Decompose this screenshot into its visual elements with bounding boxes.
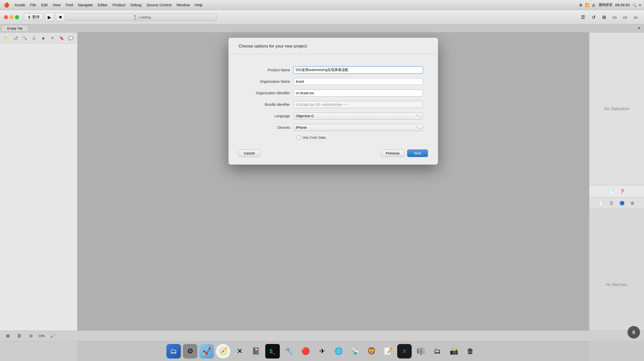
form-area: Product Name Organization Name Organizat… [228,62,438,145]
dock-trash[interactable]: 🗑 [463,344,478,358]
core-data-checkbox[interactable] [297,136,300,139]
pause-overlay-button[interactable]: ⏸ [628,326,640,338]
editor-standard-button[interactable]: ☰ [578,13,588,22]
grid-view-icon[interactable]: ⊞ [4,332,12,340]
reports-icon[interactable]: ≡ [50,35,56,42]
next-button[interactable]: Next [407,150,428,157]
dock-app-img[interactable]: 📸 [447,344,461,358]
binding-icon[interactable]: {} [608,199,615,206]
menu-window[interactable]: Window [174,2,192,8]
menu-product[interactable]: Product [110,2,128,8]
language-select[interactable]: Objective-C Swift [294,113,423,120]
menu-source-control[interactable]: Source Control [144,2,174,8]
devices-select[interactable]: iPhone iPad Universal [294,124,423,131]
devices-select-wrapper: iPhone iPad Universal ⌃⌄ [294,124,423,131]
menu-xcode[interactable]: Xcode [12,2,28,8]
left-sidebar: 📁 ⎇ 🔍 ⚠ ◈ ≡ 🔖 💬 [0,33,78,361]
editor-history-button[interactable]: ↺ [589,13,598,22]
menu-navigate[interactable]: Navigate [76,2,95,8]
sidebar-icon-bar: 📁 ⎇ 🔍 ⚠ ◈ ≡ 🔖 💬 [0,33,77,44]
input-method-icon[interactable]: 🖥 [579,3,582,7]
dock-safari[interactable]: 🧭 [216,344,230,358]
apple-menu[interactable]: 🍎 [3,2,10,9]
menu-edit[interactable]: Edit [39,2,50,8]
add-tab-button[interactable]: + [636,26,642,32]
org-id-label: Organization Identifier [244,91,294,95]
dock-app-3[interactable]: 🌐 [331,344,346,358]
language-label: Language [244,114,294,118]
input-method-label[interactable]: 搜狗拼音 [598,3,612,7]
editor-split-button[interactable]: ⊞ [600,13,608,22]
comment-icon[interactable]: 💬 [68,35,74,42]
menu-file[interactable]: File [28,2,39,8]
run-button[interactable]: ▶ [45,13,54,22]
dock-terminal[interactable]: $_ [265,344,280,358]
dock-launchpad[interactable]: 🚀 [199,344,214,358]
zoom-control-icon[interactable]: 🔎 [49,332,56,340]
volume-icon[interactable]: 🔊 [592,3,596,7]
source-control-icon[interactable]: ⎇ [12,35,18,42]
menu-debug[interactable]: Debug [128,2,144,8]
folder-icon[interactable]: 📁 [3,35,9,42]
product-name-row: Product Name [244,67,423,74]
toolbar: ⏸ 暂停 ▶ ■ ⏳ Loading ☰ ↺ ⊞ ▭ ▭ ▭ [0,10,644,25]
filter-icon[interactable]: ⊙ [27,332,34,340]
dock-instruments[interactable]: 🎼 [414,344,428,358]
dock-tools[interactable]: 🔧 [282,344,296,358]
attributes-icon[interactable]: 📄 [598,199,604,206]
debug-toggle[interactable]: ▭ [620,13,630,22]
product-name-input[interactable] [294,67,423,74]
org-id-input[interactable] [294,90,423,97]
search-icon[interactable]: 🔍 [632,3,636,7]
navigator-toggle[interactable]: ▭ [610,13,619,22]
dock-app-word[interactable]: 📝 [381,344,395,358]
right-panel: No Selection 📄 ❓ 📄 {} 🔵 ⊞ No Matches [589,33,644,361]
pause-button[interactable]: ⏸ 暂停 [24,14,43,21]
search-sidebar-icon[interactable]: 🔍 [22,35,28,42]
language-row: Language Objective-C Swift ⌃⌄ [244,113,423,120]
minimize-button[interactable] [10,15,14,19]
dock-app-x[interactable]: ✕ [232,344,247,358]
core-data-label: Use Core Data [302,136,326,140]
quick-help-icon[interactable]: ❓ [619,188,626,195]
maximize-button[interactable] [15,15,19,19]
devices-label: Devices [244,126,294,130]
org-name-input[interactable] [294,78,423,85]
bottom-bar: ⊞ ☰ ⊙ 19% 🔎 [0,330,644,341]
dock-xcode[interactable]: X [397,344,412,358]
dock-filezilla[interactable]: 📡 [348,344,362,358]
control-strip-icon[interactable]: ≡ [639,3,641,7]
file-inspector-icon[interactable]: 📄 [608,188,615,195]
previous-button[interactable]: Previous [381,150,405,157]
empty-tab[interactable]: Empty Tab [2,25,28,32]
bookmark-icon[interactable]: 🔖 [59,35,65,42]
dock-app-p[interactable]: 🔴 [298,344,313,358]
close-button[interactable] [4,15,8,19]
dock-app-finder2[interactable]: 🗂 [430,344,445,358]
menu-view[interactable]: View [50,2,63,8]
warning-icon[interactable]: ⚠ [31,35,37,42]
dock-finder[interactable]: 🗂 [166,344,181,358]
inspector-toggle[interactable]: ▭ [631,13,640,22]
size-icon[interactable]: ⊞ [629,199,636,206]
identity-icon[interactable]: 🔵 [618,199,626,206]
dialog-nav-buttons: Previous Next [381,150,428,157]
list-view-icon[interactable]: ☰ [16,332,23,340]
dock-app-notes[interactable]: 📓 [249,344,263,358]
stop-button[interactable]: ■ [56,13,65,22]
menu-find[interactable]: Find [63,2,76,8]
menubar-right: 🖥 📶 🔊 搜狗拼音 09:34:53 🔍 ≡ [579,3,641,7]
dock-app-2[interactable]: ✈ [315,344,329,358]
wifi-icon[interactable]: 📶 [585,3,589,7]
clock: 09:34:53 [615,3,630,7]
bundle-id-row: Bundle Identifier [244,101,423,108]
cancel-button[interactable]: Cancel [238,150,260,157]
dock-system-prefs[interactable]: ⚙ [183,344,197,358]
tabbar: Empty Tab + [0,25,644,33]
dock-app-w[interactable]: 🦁 [364,344,379,358]
menu-help[interactable]: Help [192,2,205,8]
breakpoint-icon[interactable]: ◈ [40,35,46,42]
menu-editor[interactable]: Editor [95,2,110,8]
dialog-title: Choose options for your new project: [228,38,438,54]
center-content: Choose options for your new project: Pro… [78,33,589,361]
